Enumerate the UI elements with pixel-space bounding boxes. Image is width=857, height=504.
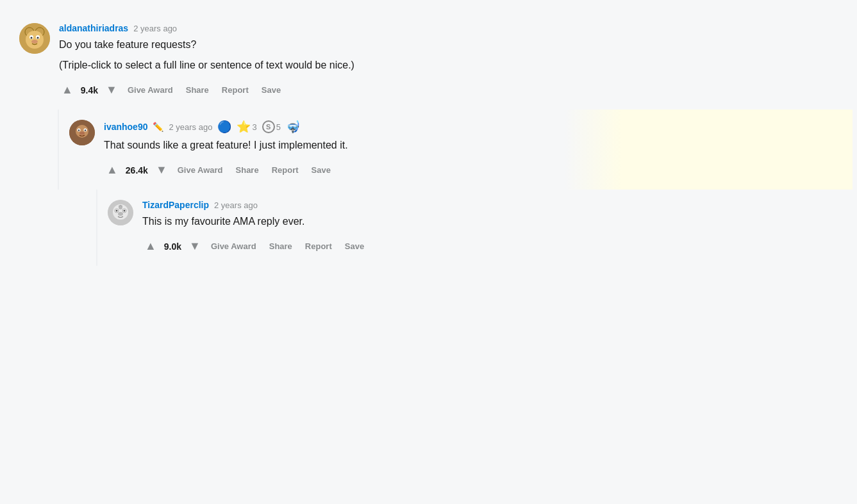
comment-body: ivanhoe90 ✏️ 2 years ago 🔵 ⭐ 3 S 5 🤿 bbox=[104, 120, 596, 179]
share-button[interactable]: Share bbox=[264, 239, 297, 254]
comment-header: aldanathiriadras 2 years ago bbox=[59, 23, 596, 33]
give-award-button[interactable]: Give Award bbox=[172, 163, 228, 177]
avatar bbox=[69, 120, 95, 145]
badge-special: 🤿 bbox=[286, 120, 300, 134]
comment-item: aldanathiriadras 2 years ago Do you take… bbox=[19, 13, 596, 110]
save-button[interactable]: Save bbox=[306, 163, 336, 177]
timestamp: 2 years ago bbox=[169, 122, 212, 132]
svg-point-20 bbox=[116, 210, 118, 212]
badge-gold: ⭐ 3 bbox=[237, 120, 256, 134]
comment-text: Do you take feature requests? (Triple-cl… bbox=[59, 37, 596, 73]
comment-thread: aldanathiriadras 2 years ago Do you take… bbox=[19, 13, 596, 266]
comment-actions: ▲ 9.0k ▼ Give Award Share Report Save bbox=[142, 237, 596, 256]
comment-actions: ▲ 26.4k ▼ Give Award Share Report Save bbox=[104, 161, 596, 179]
comment-item: ivanhoe90 ✏️ 2 years ago 🔵 ⭐ 3 S 5 🤿 bbox=[58, 110, 596, 190]
comment-header: TizardPaperclip 2 years ago bbox=[142, 200, 596, 210]
badge-special-icon: 🤿 bbox=[286, 120, 300, 134]
report-button[interactable]: Report bbox=[217, 83, 254, 97]
save-button[interactable]: Save bbox=[256, 83, 286, 97]
svg-point-7 bbox=[37, 37, 39, 39]
avatar bbox=[19, 23, 50, 54]
svg-point-21 bbox=[124, 210, 126, 212]
badge-icon: 🔵 bbox=[217, 120, 231, 134]
report-button[interactable]: Report bbox=[300, 239, 337, 254]
badge-s-count: 5 bbox=[276, 122, 281, 132]
username[interactable]: TizardPaperclip bbox=[142, 200, 209, 210]
upvote-button[interactable]: ▲ bbox=[142, 237, 159, 256]
comment-body: aldanathiriadras 2 years ago Do you take… bbox=[59, 23, 596, 99]
svg-point-22 bbox=[118, 212, 123, 216]
username[interactable]: aldanathiriadras bbox=[59, 23, 128, 33]
report-button[interactable]: Report bbox=[267, 163, 304, 177]
svg-point-8 bbox=[31, 40, 38, 44]
vote-count: 9.0k bbox=[164, 241, 181, 252]
avatar bbox=[108, 200, 133, 225]
give-award-button[interactable]: Give Award bbox=[122, 83, 178, 97]
badge-gold-icon: ⭐ bbox=[237, 120, 251, 134]
svg-point-15 bbox=[79, 132, 85, 135]
svg-point-14 bbox=[85, 129, 86, 131]
comment-text: This is my favourite AMA reply ever. bbox=[142, 214, 596, 229]
downvote-button[interactable]: ▼ bbox=[187, 237, 203, 256]
svg-point-23 bbox=[119, 206, 122, 209]
upvote-button[interactable]: ▲ bbox=[59, 81, 76, 99]
downvote-button[interactable]: ▼ bbox=[153, 161, 170, 179]
svg-point-13 bbox=[78, 129, 79, 131]
comment-body: TizardPaperclip 2 years ago This is my f… bbox=[142, 200, 596, 256]
badge-s-icon: S bbox=[262, 120, 275, 133]
comment-item: TizardPaperclip 2 years ago This is my f… bbox=[96, 190, 596, 266]
svg-point-6 bbox=[31, 37, 33, 39]
comment-text: That sounds like a great feature! I just… bbox=[104, 138, 596, 153]
badge-silver: 🔵 bbox=[217, 120, 231, 134]
comment-actions: ▲ 9.4k ▼ Give Award Share Report Save bbox=[59, 81, 596, 99]
downvote-button[interactable]: ▼ bbox=[103, 81, 120, 99]
timestamp: 2 years ago bbox=[133, 24, 177, 33]
share-button[interactable]: Share bbox=[231, 163, 264, 177]
save-button[interactable]: Save bbox=[340, 239, 369, 254]
badge-s: S 5 bbox=[262, 120, 281, 133]
timestamp: 2 years ago bbox=[214, 200, 258, 210]
pencil-icon: ✏️ bbox=[153, 122, 163, 132]
username[interactable]: ivanhoe90 bbox=[104, 122, 147, 132]
comment-header: ivanhoe90 ✏️ 2 years ago 🔵 ⭐ 3 S 5 🤿 bbox=[104, 120, 596, 134]
vote-count: 26.4k bbox=[126, 165, 148, 175]
upvote-button[interactable]: ▲ bbox=[104, 161, 121, 179]
give-award-button[interactable]: Give Award bbox=[206, 239, 262, 254]
badge-gold-count: 3 bbox=[252, 122, 256, 132]
share-button[interactable]: Share bbox=[181, 83, 214, 97]
vote-count: 9.4k bbox=[81, 85, 98, 95]
